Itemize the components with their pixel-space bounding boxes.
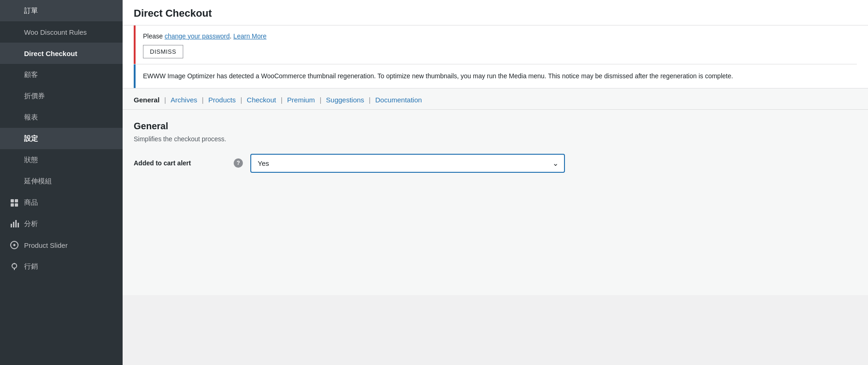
sidebar-item-settings[interactable]: 設定 [0,128,123,149]
svg-rect-3 [15,203,18,207]
change-password-link[interactable]: change your password [165,32,230,40]
tab-suggestions[interactable]: Suggestions [326,96,365,109]
svg-rect-7 [18,223,19,227]
svg-rect-5 [13,222,14,227]
sidebar-item-coupons[interactable]: 折價券 [0,85,123,107]
tabs-nav: General | Archives | Products | Checkout… [123,88,868,110]
analytics-icon [9,219,19,229]
content-area: General Simplifies the checkout process.… [123,110,868,295]
learn-more-link[interactable]: Learn More [233,32,267,40]
status-icon [9,155,19,165]
svg-rect-6 [15,220,17,227]
sidebar-item-reports[interactable]: 報表 [0,107,123,128]
tabs-nav-inner: General | Archives | Products | Checkout… [134,96,857,109]
sidebar-item-direct-checkout[interactable]: Direct Checkout [0,43,123,64]
sidebar-item-label: 報表 [24,113,38,122]
sidebar-item-woo-discount-rules[interactable]: Woo Discount Rules [0,21,123,43]
sidebar-item-label: 延伸模組 [24,177,52,186]
sidebar-item-label: 顧客 [24,70,38,79]
sidebar: 訂單 Woo Discount Rules Direct Checkout 顧客… [0,0,123,365]
sidebar-item-customers[interactable]: 顧客 [0,64,123,85]
sidebar-item-products[interactable]: 商品 [0,192,123,213]
extensions-icon [9,176,19,186]
sidebar-item-label: Direct Checkout [24,50,77,57]
blue-notice-text: EWWW Image Optimizer has detected a WooC… [143,72,733,80]
sidebar-item-label: 設定 [24,134,38,143]
reports-icon [9,112,19,122]
product-slider-icon [9,240,19,250]
sidebar-item-label: 分析 [24,220,38,228]
woo-discount-icon [9,27,19,37]
section-title: General [134,121,857,132]
sidebar-item-analytics[interactable]: 分析 [0,213,123,234]
coupons-icon [9,91,19,101]
products-icon [9,197,19,208]
sidebar-item-label: Product Slider [24,241,68,249]
direct-checkout-icon [9,48,19,58]
form-label-cart-alert: Added to cart alert [134,159,226,167]
dismiss-button[interactable]: DISMISS [143,45,183,58]
tab-premium[interactable]: Premium [287,96,315,109]
svg-rect-4 [11,224,12,227]
settings-icon [9,133,19,144]
sidebar-item-label: Woo Discount Rules [24,28,87,36]
sidebar-item-product-slider[interactable]: Product Slider [0,234,123,256]
help-icon[interactable]: ? [234,158,243,168]
sidebar-item-label: 訂單 [24,6,38,15]
notice-text-before: Please [143,32,165,40]
notices-area: Please change your password. Learn More … [123,25,868,88]
orders-icon [9,6,19,16]
sidebar-item-label: 商品 [24,198,38,207]
blue-notice: EWWW Image Optimizer has detected a WooC… [134,64,857,88]
svg-rect-2 [11,203,14,207]
svg-point-11 [14,263,15,264]
section-desc: Simplifies the checkout process. [134,135,857,143]
svg-rect-1 [15,199,18,202]
sidebar-item-marketing[interactable]: 行銷 [0,256,123,277]
marketing-icon [9,261,19,271]
red-notice: Please change your password. Learn More … [134,25,857,64]
tab-archives[interactable]: Archives [171,96,198,109]
tab-general[interactable]: General [134,96,160,109]
tab-checkout[interactable]: Checkout [247,96,276,109]
sidebar-item-label: 行銷 [24,262,38,271]
cart-alert-select[interactable]: Yes No [250,154,565,173]
main-content: Direct Checkout Please change your passw… [123,0,868,365]
customers-icon [9,69,19,80]
sidebar-item-label: 折價券 [24,92,45,101]
page-title: Direct Checkout [134,7,857,25]
sidebar-item-orders[interactable]: 訂單 [0,0,123,21]
tab-products[interactable]: Products [208,96,236,109]
form-row-cart-alert: Added to cart alert ? Yes No ⌄ [134,154,857,173]
sidebar-item-extensions[interactable]: 延伸模組 [0,170,123,192]
select-wrapper-cart-alert: Yes No ⌄ [250,154,565,173]
tab-documentation[interactable]: Documentation [375,96,422,109]
sidebar-item-label: 狀態 [24,156,38,164]
svg-rect-0 [11,199,14,202]
sidebar-item-status[interactable]: 狀態 [0,149,123,170]
page-header: Direct Checkout [123,0,868,25]
